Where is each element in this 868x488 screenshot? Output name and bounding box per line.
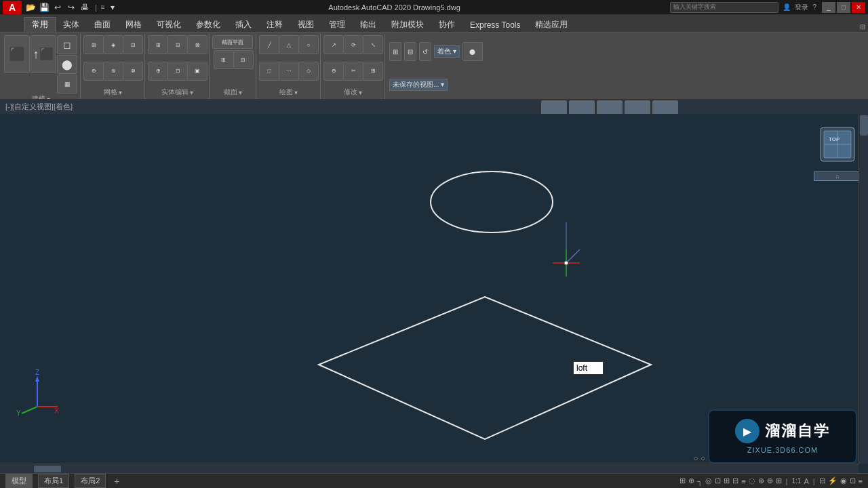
section-icon-2[interactable]: ⊟ xyxy=(233,50,254,69)
viewport-controls[interactable]: ⊞ xyxy=(389,42,401,61)
section-icon-1[interactable]: ⊞ xyxy=(214,50,234,69)
draw-icon-4[interactable]: □ xyxy=(259,62,279,81)
tab-view[interactable]: 视图 xyxy=(290,17,321,32)
solid-edit-4[interactable]: ⊕ xyxy=(148,62,168,81)
tab-output[interactable]: 输出 xyxy=(353,17,384,32)
3dsnap-toggle[interactable]: ⊕ xyxy=(767,476,773,485)
color-select[interactable]: 着色 ▾ xyxy=(434,45,460,58)
workspace-settings[interactable]: A xyxy=(804,477,808,485)
tab-solid[interactable]: 实体 xyxy=(56,17,87,32)
fullscreen[interactable]: ⊡ xyxy=(850,476,856,485)
osnap-toggle[interactable]: ⊡ xyxy=(715,476,721,485)
tab-layout2[interactable]: 布局2 xyxy=(75,474,106,488)
box-tool[interactable]: ⬛ xyxy=(4,35,30,73)
tab-surface[interactable]: 曲面 xyxy=(87,17,118,32)
canvas-area[interactable]: loft Z X Y TOP ⌂ xyxy=(0,114,868,473)
tab-annotate[interactable]: 注释 xyxy=(259,17,290,32)
mesh-icon-1[interactable]: ⊞ xyxy=(83,35,104,54)
otrack-toggle[interactable]: ⊞ xyxy=(724,476,730,485)
polar-toggle[interactable]: ◎ xyxy=(705,476,712,485)
dynin-toggle[interactable]: ⊟ xyxy=(732,476,738,485)
solid-edit-2[interactable]: ⊟ xyxy=(167,35,188,54)
solid-edit-1[interactable]: ⊞ xyxy=(148,35,168,54)
tab-express[interactable]: Express Tools xyxy=(462,17,528,32)
grid-toggle[interactable]: ⊞ xyxy=(679,476,686,485)
qa-undo[interactable]: ↩ xyxy=(52,1,64,14)
qa-open[interactable]: 📂 xyxy=(24,1,37,14)
qa-print[interactable]: 🖶 xyxy=(79,1,91,14)
hardware-accel[interactable]: ⚡ xyxy=(828,476,837,485)
home-view-button[interactable]: ⌂ xyxy=(814,171,861,181)
tab-visual[interactable]: 可视化 xyxy=(149,17,189,32)
tab-common[interactable]: 常用 xyxy=(24,17,56,32)
isolate-objects[interactable]: ◉ xyxy=(840,476,847,485)
group-section-label[interactable]: 截面▾ xyxy=(212,87,253,98)
group-mesh-label[interactable]: 网格▾ xyxy=(83,87,142,98)
tab-layout1[interactable]: 布局1 xyxy=(38,474,69,488)
add-layout-button[interactable]: + xyxy=(111,476,122,487)
tab-param[interactable]: 参数化 xyxy=(189,17,228,32)
tab-model[interactable]: 模型 xyxy=(5,474,33,488)
scrollbar-vertical[interactable] xyxy=(859,114,868,464)
draw-icon-2[interactable]: △ xyxy=(279,35,299,54)
view-preset[interactable]: ⊟ xyxy=(404,42,416,61)
render-icon[interactable]: ⬤ xyxy=(462,42,483,61)
more-shapes[interactable]: ▦ xyxy=(57,75,77,94)
qa-more[interactable]: ▾ xyxy=(106,1,119,14)
solid-edit-6[interactable]: ▣ xyxy=(187,62,208,81)
section-plane[interactable]: 截面平面 xyxy=(212,35,253,49)
sel-cycle-toggle[interactable]: ⊛ xyxy=(758,476,764,485)
sphere-tool[interactable]: ⬤ xyxy=(57,55,77,74)
help-icon[interactable]: ? xyxy=(812,3,816,11)
group-solid-edit-label[interactable]: 实体编辑▾ xyxy=(148,87,206,98)
tab-featured[interactable]: 精选应用 xyxy=(528,17,575,32)
view-cube[interactable]: TOP ⌂ xyxy=(814,121,861,168)
mesh-icon-5[interactable]: ⊛ xyxy=(103,62,123,81)
close-button[interactable]: ✕ xyxy=(852,2,865,13)
tab-collab[interactable]: 协作 xyxy=(431,17,462,32)
draw-icon-3[interactable]: ○ xyxy=(298,35,319,54)
lweight-toggle[interactable]: ≡ xyxy=(741,477,745,485)
modify-icon-1[interactable]: ↗ xyxy=(323,35,344,54)
view-preset-label[interactable]: 未保存的视图... ▾ xyxy=(389,79,448,91)
ribbon-collapse[interactable]: ⊟ xyxy=(857,22,868,32)
search-box[interactable]: 输入关键字搜索 xyxy=(673,3,716,12)
draw-icon-1[interactable]: ╱ xyxy=(259,35,279,54)
ortho-toggle[interactable]: ┐ xyxy=(697,477,703,485)
tab-manage[interactable]: 管理 xyxy=(321,17,353,32)
login-button[interactable]: 登录 xyxy=(795,3,808,12)
minimize-button[interactable]: _ xyxy=(822,2,835,13)
dynucs-toggle[interactable]: ⊞ xyxy=(776,476,782,485)
customize-status[interactable]: ≡ xyxy=(859,477,863,485)
group-modify-label[interactable]: 修改▾ xyxy=(323,87,382,98)
modify-icon-5[interactable]: ✂ xyxy=(343,62,363,81)
qa-save[interactable]: 💾 xyxy=(38,1,50,14)
draw-icon-5[interactable]: ⋯ xyxy=(279,62,299,81)
modify-icon-6[interactable]: ⊞ xyxy=(363,62,383,81)
draw-icon-6[interactable]: ◇ xyxy=(298,62,319,81)
mesh-icon-3[interactable]: ⊟ xyxy=(123,35,143,54)
tab-mesh[interactable]: 网格 xyxy=(118,17,149,32)
modify-icon-3[interactable]: ⤡ xyxy=(363,35,383,54)
qa-redo[interactable]: ↪ xyxy=(65,1,77,14)
tab-insert[interactable]: 插入 xyxy=(228,17,259,32)
loft-command-input[interactable]: loft xyxy=(573,361,604,375)
scrollbar-horizontal[interactable] xyxy=(0,464,859,473)
transparency-toggle[interactable]: ◌ xyxy=(749,476,755,485)
mesh-icon-4[interactable]: ⊕ xyxy=(83,62,104,81)
group-modeling-label[interactable]: 建模 ▾ xyxy=(4,94,77,100)
mesh-icon-2[interactable]: ◈ xyxy=(103,35,123,54)
pull-tool[interactable]: ↑⬛ xyxy=(31,35,56,73)
mesh-icon-6[interactable]: ⊗ xyxy=(123,62,143,81)
tab-addons[interactable]: 附加模块 xyxy=(384,17,431,32)
annotation-scale[interactable]: 1:1 xyxy=(791,477,801,485)
group-draw-label[interactable]: 绘图▾ xyxy=(259,87,317,98)
3d-nav[interactable]: ↺ xyxy=(419,42,431,61)
solid-edit-3[interactable]: ⊠ xyxy=(187,35,208,54)
restore-button[interactable]: □ xyxy=(837,2,850,13)
solid-edit-5[interactable]: ⊡ xyxy=(167,62,188,81)
modify-icon-4[interactable]: ⊕ xyxy=(323,62,344,81)
isodraft[interactable]: ⊟ xyxy=(819,476,825,485)
modify-icon-2[interactable]: ⟳ xyxy=(343,35,363,54)
snap-toggle[interactable]: ⊕ xyxy=(688,476,694,485)
